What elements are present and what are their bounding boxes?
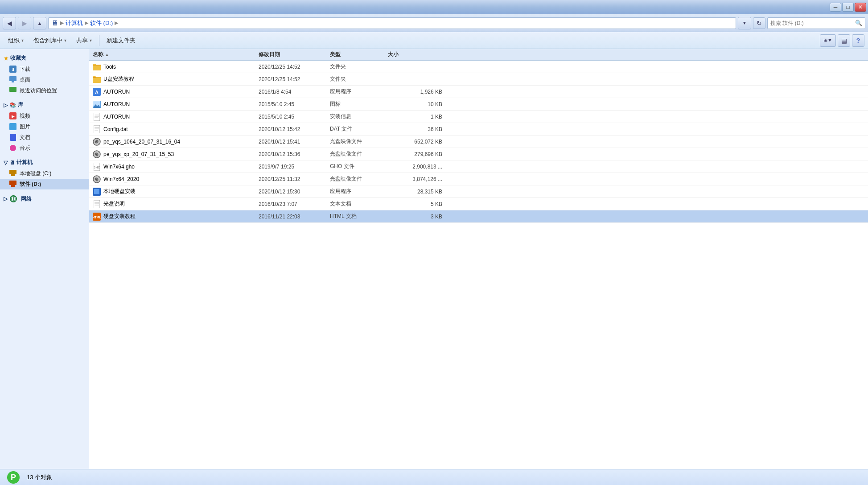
sidebar-item-recent[interactable]: 最近访问的位置 bbox=[0, 85, 89, 96]
sidebar-item-music[interactable]: 音乐 bbox=[0, 143, 89, 153]
file-type-icon: GHO bbox=[93, 163, 101, 171]
sidebar-item-local-c[interactable]: 本地磁盘 (C:) bbox=[0, 168, 89, 179]
new-folder-button[interactable]: 新建文件夹 bbox=[102, 34, 140, 47]
table-row[interactable]: pe_yqs_1064_20_07_31_16_04 2020/10/12 15… bbox=[89, 136, 868, 148]
share-button[interactable]: 共享 ▾ bbox=[72, 34, 96, 47]
svg-text:GHO: GHO bbox=[94, 166, 100, 169]
back-button[interactable]: ◀ bbox=[3, 17, 16, 29]
sidebar-item-desktop[interactable]: 桌面 bbox=[0, 74, 89, 85]
file-size: 28,315 KB bbox=[388, 189, 446, 195]
refresh-button[interactable]: ↻ bbox=[753, 17, 765, 29]
address-bar: ◀ ▶ ▲ 🖥 ▶ 计算机 ▶ 软件 (D:) ▶ ▼ ↻ 🔍 bbox=[0, 14, 868, 32]
breadcrumb-drive[interactable]: 软件 (D:) bbox=[90, 19, 113, 27]
include-button[interactable]: 包含到库中 ▾ bbox=[29, 34, 71, 47]
col-header-date[interactable]: 修改日期 bbox=[259, 51, 330, 58]
download-icon: ⬇ bbox=[9, 65, 17, 73]
svg-text:⬇: ⬇ bbox=[11, 67, 15, 72]
table-row[interactable]: A AUTORUN 2016/1/8 4:54 应用程序 1,926 KB bbox=[89, 86, 868, 98]
close-button[interactable]: ✕ bbox=[855, 3, 866, 12]
image-label: 图片 bbox=[20, 123, 30, 131]
sidebar-computer-header[interactable]: ▽ 🖥 计算机 bbox=[0, 157, 89, 168]
file-type-icon bbox=[93, 125, 101, 133]
table-row[interactable]: pe_yqs_xp_20_07_31_15_53 2020/10/12 15:3… bbox=[89, 148, 868, 160]
help-button[interactable]: ? bbox=[852, 34, 864, 47]
video-icon: ▶ bbox=[9, 112, 17, 120]
table-row[interactable]: AUTORUN 2015/5/10 2:45 图标 10 KB bbox=[89, 98, 868, 111]
svg-rect-20 bbox=[93, 101, 100, 106]
computer-expand-icon: ▽ bbox=[4, 160, 8, 166]
table-row[interactable]: U盘安装教程 2020/12/25 14:52 文件夹 bbox=[89, 73, 868, 86]
table-row[interactable]: Tools 2020/12/25 14:52 文件夹 bbox=[89, 61, 868, 73]
svg-rect-42 bbox=[94, 189, 99, 194]
file-name-cell: U盘安装教程 bbox=[89, 75, 259, 83]
sidebar-library-header[interactable]: ▷ 📚 库 bbox=[0, 99, 89, 111]
file-name: Tools bbox=[103, 64, 116, 70]
file-type: 光盘映像文件 bbox=[330, 175, 388, 183]
sidebar-favorites-header[interactable]: ★ 收藏夹 bbox=[0, 53, 89, 64]
table-row[interactable]: Win7x64_2020 2020/12/25 11:32 光盘映像文件 3,8… bbox=[89, 173, 868, 185]
file-type: 应用程序 bbox=[330, 188, 388, 195]
computer-label: 计算机 bbox=[16, 159, 33, 166]
table-row[interactable]: GHO Win7x64.gho 2019/9/7 19:25 GHO 文件 2,… bbox=[89, 160, 868, 173]
file-name-cell: GHO Win7x64.gho bbox=[89, 163, 259, 171]
table-row[interactable]: 本地硬盘安装 2020/10/12 15:30 应用程序 28,315 KB bbox=[89, 185, 868, 198]
sidebar-item-doc[interactable]: 文档 bbox=[0, 132, 89, 143]
file-date: 2020/12/25 14:52 bbox=[259, 76, 330, 82]
title-bar: ─ □ ✕ bbox=[0, 0, 868, 14]
file-name: pe_yqs_xp_20_07_31_15_53 bbox=[103, 151, 174, 157]
desktop-label: 桌面 bbox=[20, 76, 30, 84]
doc-label: 文档 bbox=[20, 134, 30, 141]
view-mode-button[interactable]: ⊞▼ bbox=[820, 34, 836, 47]
table-row[interactable]: AUTORUN 2015/5/10 2:45 安装信息 1 KB bbox=[89, 111, 868, 123]
svg-text:▶: ▶ bbox=[12, 114, 15, 119]
maximize-button[interactable]: □ bbox=[842, 3, 854, 12]
col-header-name[interactable]: 名称 ▲ bbox=[89, 51, 259, 58]
file-type: 安装信息 bbox=[330, 113, 388, 120]
view-controls: ⊞▼ ▤ ? bbox=[820, 34, 864, 47]
col-header-type[interactable]: 类型 bbox=[330, 51, 388, 58]
dropdown-button[interactable]: ▼ bbox=[738, 17, 751, 29]
sidebar-item-local-d[interactable]: 软件 (D:) bbox=[0, 179, 89, 189]
include-label: 包含到库中 bbox=[33, 37, 62, 45]
svg-rect-4 bbox=[9, 87, 16, 92]
sidebar-item-download[interactable]: ⬇ 下载 bbox=[0, 64, 89, 74]
sidebar-network-header[interactable]: ▷ 网络 bbox=[0, 193, 89, 205]
minimize-button[interactable]: ─ bbox=[830, 3, 841, 12]
organize-label: 组织 bbox=[8, 37, 20, 45]
file-name-cell: 本地硬盘安装 bbox=[89, 188, 259, 196]
file-size: 3 KB bbox=[388, 214, 446, 220]
file-type-icon: A bbox=[93, 88, 101, 96]
table-row[interactable]: Config.dat 2020/10/12 15:42 DAT 文件 36 KB bbox=[89, 123, 868, 136]
file-size: 36 KB bbox=[388, 126, 446, 132]
file-type-icon bbox=[93, 113, 101, 121]
file-date: 2016/10/23 7:07 bbox=[259, 201, 330, 207]
svg-rect-13 bbox=[11, 185, 15, 187]
file-name: Win7x64.gho bbox=[103, 164, 135, 170]
search-input[interactable] bbox=[770, 20, 855, 26]
file-type-icon bbox=[93, 200, 101, 208]
favorites-label: 收藏夹 bbox=[10, 54, 26, 62]
organize-button[interactable]: 组织 ▾ bbox=[4, 34, 28, 47]
file-date: 2015/5/10 2:45 bbox=[259, 101, 330, 107]
file-type-icon bbox=[93, 100, 101, 108]
table-row[interactable]: HTML 硬盘安装教程 2016/11/21 22:03 HTML 文档 3 K… bbox=[89, 210, 868, 223]
preview-button[interactable]: ▤ bbox=[838, 34, 850, 47]
forward-button[interactable]: ▶ bbox=[18, 17, 31, 29]
file-name-cell: A AUTORUN bbox=[89, 88, 259, 96]
local-c-icon bbox=[9, 169, 17, 177]
file-type: 光盘映像文件 bbox=[330, 138, 388, 145]
favorites-icon: ★ bbox=[4, 55, 8, 62]
breadcrumb-computer[interactable]: 计算机 bbox=[66, 19, 83, 27]
search-icon: 🔍 bbox=[855, 20, 862, 26]
file-date: 2020/10/12 15:41 bbox=[259, 139, 330, 145]
col-header-size[interactable]: 大小 bbox=[388, 51, 446, 58]
table-row[interactable]: 光盘说明 2016/10/23 7:07 文本文档 5 KB bbox=[89, 198, 868, 210]
up-button[interactable]: ▲ bbox=[33, 17, 46, 29]
toolbar-divider bbox=[99, 35, 99, 46]
svg-rect-7 bbox=[9, 123, 16, 130]
file-name: 本地硬盘安装 bbox=[103, 188, 136, 195]
file-name-cell: Config.dat bbox=[89, 125, 259, 133]
sidebar-item-video[interactable]: ▶ 视频 bbox=[0, 111, 89, 121]
svg-rect-22 bbox=[94, 113, 100, 121]
sidebar-item-image[interactable]: 图片 bbox=[0, 121, 89, 132]
